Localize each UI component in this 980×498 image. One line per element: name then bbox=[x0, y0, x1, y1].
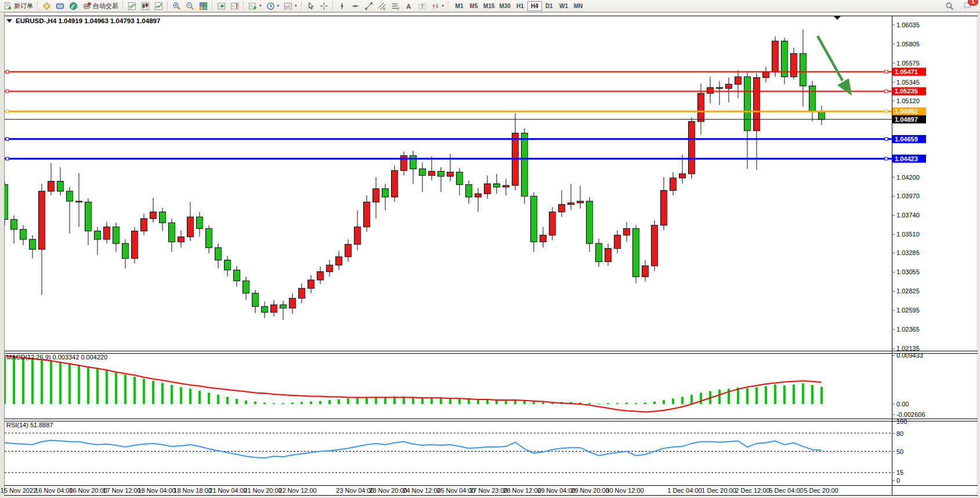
candle-body bbox=[726, 84, 732, 88]
candle-body bbox=[392, 170, 398, 197]
candle-body bbox=[420, 169, 426, 175]
candle-body bbox=[522, 133, 528, 197]
zoom-out-button[interactable] bbox=[183, 1, 197, 12]
time-tick-label: 30 Nov 12:00 bbox=[606, 487, 643, 494]
signals-button[interactable] bbox=[67, 1, 80, 12]
toolbar-buttons: 新订单自动交易▾▾▾EFAT▾ bbox=[1, 1, 451, 12]
line-handle[interactable] bbox=[6, 110, 9, 113]
candle-body bbox=[410, 155, 417, 169]
time-tick-label: 5 Dec 04:00 bbox=[769, 487, 803, 494]
price-tick-label: 1.05805 bbox=[896, 41, 920, 48]
tile-windows-button[interactable] bbox=[197, 1, 210, 12]
crosshair-button[interactable] bbox=[317, 1, 331, 12]
line-handle[interactable] bbox=[6, 157, 9, 160]
auto-trading-icon bbox=[82, 2, 91, 10]
line-handle[interactable] bbox=[885, 157, 888, 160]
candle-body bbox=[763, 72, 769, 78]
line-handle[interactable] bbox=[885, 110, 888, 113]
horizontal-line-button[interactable] bbox=[349, 1, 362, 12]
rsi-label: RSI(14) 51.8887 bbox=[6, 421, 53, 428]
dropdown-caret-icon[interactable]: ▾ bbox=[295, 3, 297, 8]
auto-scroll-button[interactable] bbox=[215, 1, 228, 12]
hline-icon bbox=[351, 2, 360, 10]
arrow-objects-button[interactable]: ▾ bbox=[429, 1, 447, 12]
text-icon: A bbox=[404, 2, 413, 10]
timeframe-m1-button[interactable]: M1 bbox=[452, 1, 467, 11]
chart-shift-button[interactable] bbox=[228, 1, 241, 12]
candle-body bbox=[132, 231, 138, 259]
templates-button[interactable]: ▾ bbox=[281, 1, 299, 12]
macd-scale-label: -0.002606 bbox=[896, 411, 925, 418]
profile-button[interactable] bbox=[53, 1, 67, 12]
new-order-button[interactable]: 新订单 bbox=[1, 1, 35, 12]
vertical-line-button[interactable] bbox=[335, 1, 349, 12]
line-handle[interactable] bbox=[885, 90, 888, 93]
candle-body bbox=[336, 257, 342, 265]
trendline-icon bbox=[364, 2, 373, 10]
candle-body bbox=[345, 244, 352, 256]
timeframe-mn-button[interactable]: MN bbox=[571, 1, 585, 11]
line-chart-button[interactable] bbox=[152, 1, 165, 12]
zoom-in-button[interactable] bbox=[170, 1, 183, 12]
bar-chart-button[interactable] bbox=[125, 1, 139, 12]
candle-body bbox=[819, 112, 825, 119]
timeframe-group: M1M5M15M30H1H4D1W1MN bbox=[452, 1, 585, 11]
candle-body bbox=[577, 201, 584, 203]
chart-shift-icon bbox=[230, 2, 239, 10]
new-chart-button[interactable]: ▾ bbox=[246, 1, 264, 12]
candle-body bbox=[11, 220, 17, 230]
text-button[interactable]: A bbox=[402, 1, 415, 12]
candle-body bbox=[290, 298, 296, 308]
rsi-scale-label: 15 bbox=[896, 469, 903, 476]
auto-trading-button[interactable]: 自动交易 bbox=[80, 1, 121, 12]
periods-button[interactable]: ▾ bbox=[264, 1, 282, 12]
candle-body bbox=[141, 219, 147, 231]
candle-body bbox=[475, 194, 482, 197]
dropdown-caret-icon[interactable]: ▾ bbox=[277, 3, 280, 8]
time-tick-label: 21 Nov 20:00 bbox=[244, 487, 281, 494]
candle-body bbox=[299, 288, 305, 298]
candlestick-chart-button[interactable] bbox=[139, 1, 152, 12]
timeframe-h4-button[interactable]: H4 bbox=[527, 1, 542, 11]
line-handle[interactable] bbox=[885, 70, 888, 73]
fibonacci-button[interactable]: F bbox=[389, 1, 402, 12]
time-tick-label: 29 Nov 20:00 bbox=[571, 487, 609, 494]
dropdown-caret-icon[interactable]: ▾ bbox=[259, 3, 262, 8]
svg-text:F: F bbox=[397, 7, 400, 10]
dropdown-caret-icon[interactable]: ▾ bbox=[442, 3, 444, 8]
candle-body bbox=[104, 227, 110, 239]
arrows-icon bbox=[431, 2, 440, 10]
candle-body bbox=[215, 248, 222, 260]
candle-body bbox=[85, 202, 92, 231]
candle-body bbox=[633, 228, 639, 277]
new-order-button-label: 新订单 bbox=[14, 2, 33, 10]
line-handle[interactable] bbox=[6, 70, 9, 73]
market-watch-button[interactable] bbox=[40, 1, 53, 12]
text-label-button[interactable]: T bbox=[415, 1, 429, 12]
toolbar: 新订单自动交易▾▾▾EFAT▾ M1M5M15M30H1H4D1W1MN 1 bbox=[0, 0, 980, 12]
time-tick-label: 18 Nov 18:00 bbox=[173, 487, 211, 494]
time-tick-label: 1 Dec 04:00 bbox=[667, 487, 701, 494]
candle-body bbox=[754, 78, 760, 131]
equidistant-channel-button[interactable]: E bbox=[375, 1, 389, 12]
timeframe-w1-button[interactable]: W1 bbox=[556, 1, 571, 11]
chart-plot-area[interactable] bbox=[5, 16, 892, 351]
candle-body bbox=[624, 228, 630, 235]
trendline-button[interactable] bbox=[362, 1, 375, 12]
line-handle[interactable] bbox=[885, 137, 888, 140]
line-handle[interactable] bbox=[6, 90, 9, 93]
timeframe-h1-button[interactable]: H1 bbox=[513, 1, 527, 11]
price-tick-label: 1.02595 bbox=[896, 307, 920, 314]
cursor-button[interactable] bbox=[304, 1, 317, 12]
timeframe-m5-button[interactable]: M5 bbox=[467, 1, 481, 11]
timeframe-m30-button[interactable]: M30 bbox=[497, 1, 513, 11]
candle-body bbox=[252, 293, 259, 307]
candle-body bbox=[447, 172, 454, 176]
candle-body bbox=[661, 190, 667, 225]
line-handle[interactable] bbox=[6, 137, 9, 140]
price-tick-label: 1.03970 bbox=[896, 192, 920, 199]
timeframe-m15-button[interactable]: M15 bbox=[481, 1, 497, 11]
search-button[interactable] bbox=[943, 1, 956, 12]
timeframe-d1-button[interactable]: D1 bbox=[542, 1, 556, 11]
time-axis[interactable]: 15 Nov 202216 Nov 04:0016 Nov 20:0017 No… bbox=[1, 487, 838, 494]
